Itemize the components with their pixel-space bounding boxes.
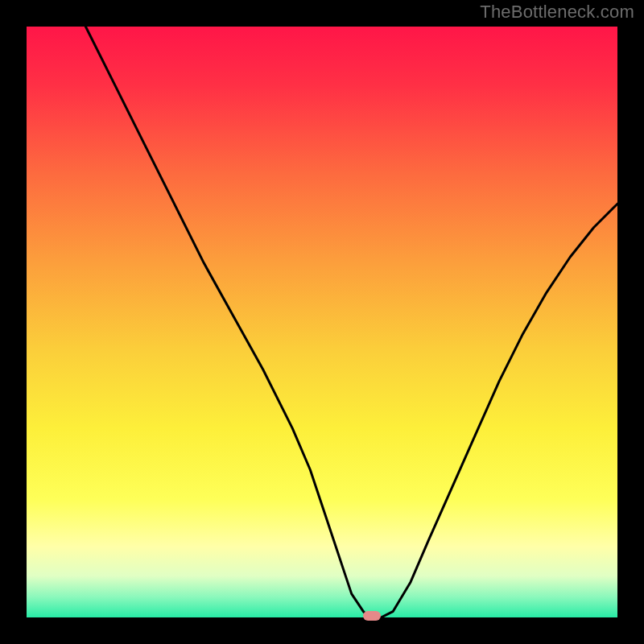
chart-frame: TheBottleneck.com [0,0,644,644]
watermark-text: TheBottleneck.com [480,2,634,23]
optimum-marker [363,611,381,621]
plot-area [27,27,617,617]
plot-svg [27,27,617,617]
